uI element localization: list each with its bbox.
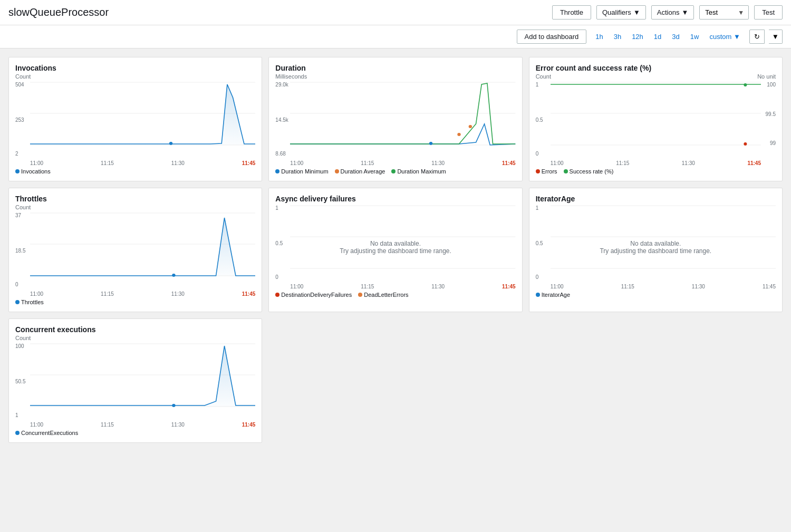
y-label-29k: 29.0k bbox=[275, 82, 288, 88]
y-label-505: 50.5 bbox=[15, 379, 25, 384]
error-rate-svg bbox=[551, 82, 761, 156]
legend-iterator-age: IteratorAge bbox=[542, 292, 570, 298]
env-dropdown[interactable]: Test bbox=[700, 6, 734, 19]
concurrent-exec-chart-title: Concurrent executions bbox=[15, 325, 255, 334]
iterator-age-no-data: No data available. Try adjusting the das… bbox=[600, 240, 711, 255]
y-label-100: 100 bbox=[15, 343, 24, 349]
legend-errors: Errors bbox=[542, 168, 557, 175]
y-label-253: 253 bbox=[15, 117, 24, 123]
concurrent-x-axis: 11:0011:1511:3011:45 bbox=[30, 422, 255, 428]
svg-point-8 bbox=[458, 133, 461, 136]
legend-deadletter: DeadLetterErrors bbox=[364, 292, 408, 298]
time-btn-3d[interactable]: 3d bbox=[667, 30, 684, 43]
legend-dur-max: Duration Maximum bbox=[397, 168, 446, 175]
error-rate-units: Count No unit bbox=[536, 73, 776, 80]
throttles-legend: Throttles bbox=[15, 299, 255, 305]
time-btn-custom[interactable]: custom ▼ bbox=[705, 30, 745, 43]
chevron-down-icon: ▼ bbox=[633, 8, 640, 16]
throttles-chart-title: Throttles bbox=[15, 195, 255, 203]
time-btn-1h[interactable]: 1h bbox=[591, 30, 607, 43]
y-label-0af: 0 bbox=[275, 274, 278, 280]
legend-dur-min: Duration Minimum bbox=[281, 168, 328, 175]
y-label-145k: 14.5k bbox=[275, 117, 288, 123]
async-failures-chart-area: 1 0.5 0 No data available. Try adjusting… bbox=[275, 205, 515, 289]
y-label-185: 18.5 bbox=[15, 248, 25, 254]
invocations-legend: Invocations bbox=[15, 168, 255, 175]
page-title: slowQueueProcessor bbox=[8, 6, 547, 18]
concurrent-exec-chart-card: Concurrent executions Count 100 50.5 1 1… bbox=[8, 318, 262, 443]
iterator-age-chart-title: IteratorAge bbox=[536, 195, 776, 203]
y-label-0: 0 bbox=[536, 151, 539, 157]
right-y-axis: 10099.599 bbox=[766, 82, 776, 156]
y-label-504: 504 bbox=[15, 82, 24, 88]
y-label-1c: 1 bbox=[15, 412, 18, 418]
async-failures-no-data: No data available. Try adjusting the das… bbox=[340, 240, 451, 255]
duration-legend: Duration Minimum Duration Average Durati… bbox=[275, 168, 515, 175]
async-failures-chart-title: Async delivery failures bbox=[275, 195, 515, 203]
duration-chart-title: Duration bbox=[275, 64, 515, 72]
error-x-axis: 11:0011:1511:3011:45 bbox=[551, 160, 761, 166]
time-btn-12h[interactable]: 12h bbox=[627, 30, 648, 43]
invocations-chart-area: 504 253 2 11:0011:1511:3011:45 bbox=[15, 82, 255, 166]
invocations-svg bbox=[30, 82, 255, 156]
svg-point-31 bbox=[172, 404, 175, 407]
iterator-x-axis: 11:0011:1511:3011:45 bbox=[551, 284, 776, 289]
y-label-1af: 1 bbox=[275, 205, 278, 211]
time-range-selector: 1h 3h 12h 1d 3d 1w custom ▼ bbox=[591, 30, 745, 43]
time-btn-1d[interactable]: 1d bbox=[649, 30, 666, 43]
svg-marker-19 bbox=[30, 218, 255, 276]
async-failures-legend: DestinationDeliveryFailures DeadLetterEr… bbox=[275, 292, 515, 298]
svg-point-10 bbox=[429, 142, 432, 145]
error-rate-chart-card: Error count and success rate (%) Count N… bbox=[529, 57, 783, 181]
y-label-1ia: 1 bbox=[536, 205, 539, 211]
svg-point-14 bbox=[744, 142, 747, 146]
iterator-age-legend: IteratorAge bbox=[536, 292, 776, 298]
async-x-axis: 11:0011:1511:3011:45 bbox=[290, 284, 515, 289]
y-label-05ia: 0.5 bbox=[536, 240, 543, 246]
refresh-dropdown-button[interactable]: ▼ bbox=[769, 30, 783, 44]
page-header: slowQueueProcessor Throttle Qualifiers ▼… bbox=[0, 0, 791, 25]
invocations-x-axis: 11:0011:1511:3011:45 bbox=[30, 160, 255, 166]
error-rate-legend: Errors Success rate (%) bbox=[536, 168, 776, 175]
legend-dur-avg: Duration Average bbox=[341, 168, 385, 175]
test-button[interactable]: Test bbox=[754, 5, 783, 20]
throttles-x-axis: 11:0011:1511:3011:45 bbox=[30, 291, 255, 297]
legend-throttles: Throttles bbox=[21, 299, 44, 305]
actions-button[interactable]: Actions ▼ bbox=[651, 5, 694, 20]
svg-point-20 bbox=[172, 274, 175, 277]
environment-select[interactable]: Test ▼ bbox=[699, 5, 749, 20]
legend-ddl-failures: DestinationDeliveryFailures bbox=[281, 292, 352, 298]
svg-marker-3 bbox=[30, 84, 255, 145]
time-btn-3h[interactable]: 3h bbox=[609, 30, 626, 43]
legend-invocations: Invocations bbox=[21, 168, 51, 175]
y-label-05: 0.5 bbox=[536, 117, 543, 123]
chevron-down-icon: ▼ bbox=[681, 8, 688, 16]
duration-svg bbox=[290, 82, 515, 156]
legend-concurrent: ConcurrentExecutions bbox=[21, 430, 78, 436]
toolbar: Add to dashboard 1h 3h 12h 1d 3d 1w cust… bbox=[0, 25, 791, 49]
iterator-age-chart-area: 1 0.5 0 No data available. Try adjusting… bbox=[536, 205, 776, 289]
y-label-0t: 0 bbox=[15, 282, 18, 287]
throttle-button[interactable]: Throttle bbox=[552, 5, 591, 20]
y-label-05af: 0.5 bbox=[275, 240, 283, 246]
duration-unit: Milliseconds bbox=[275, 73, 515, 80]
duration-chart-card: Duration Milliseconds 29.0k 14.5k 8.68 bbox=[268, 57, 522, 181]
throttles-unit: Count bbox=[15, 204, 255, 210]
throttles-chart-card: Throttles Count 37 18.5 0 11:0011:1511:3… bbox=[8, 188, 262, 312]
svg-point-15 bbox=[744, 83, 747, 86]
time-btn-1w[interactable]: 1w bbox=[686, 30, 704, 43]
svg-point-4 bbox=[169, 142, 172, 145]
invocations-chart-card: Invocations Count 504 253 2 11:0011:1511… bbox=[8, 57, 262, 181]
legend-success-rate: Success rate (%) bbox=[570, 168, 614, 175]
svg-marker-30 bbox=[30, 346, 255, 407]
throttles-svg bbox=[30, 212, 255, 286]
invocations-chart-title: Invocations bbox=[15, 64, 255, 72]
concurrent-svg bbox=[30, 343, 255, 417]
concurrent-exec-legend: ConcurrentExecutions bbox=[15, 430, 255, 436]
refresh-button[interactable]: ↻ bbox=[749, 30, 765, 44]
concurrent-unit: Count bbox=[15, 335, 255, 341]
y-label-868: 8.68 bbox=[275, 151, 285, 157]
y-label-1: 1 bbox=[536, 82, 539, 88]
qualifiers-button[interactable]: Qualifiers ▼ bbox=[596, 5, 646, 20]
add-to-dashboard-button[interactable]: Add to dashboard bbox=[517, 30, 587, 44]
